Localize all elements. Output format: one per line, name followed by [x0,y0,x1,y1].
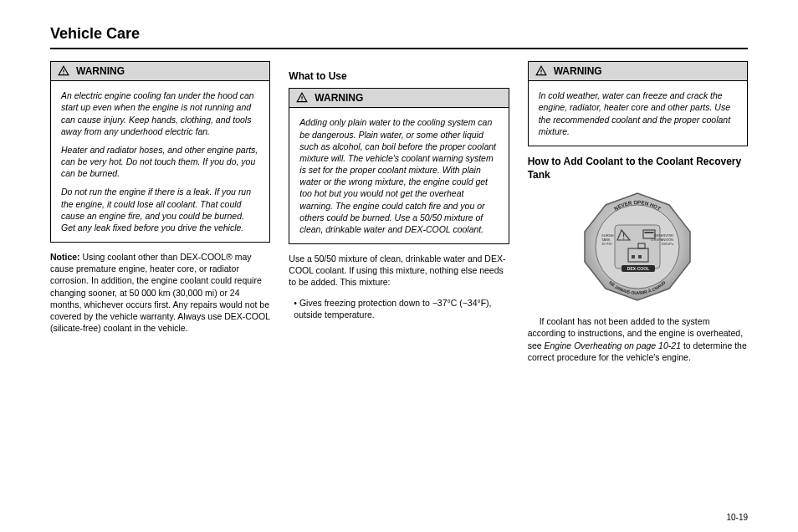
warning-body-3: In cold weather, water can freeze and cr… [529,81,747,146]
svg-text:DEX-COOL: DEX-COOL [627,266,649,271]
warning-label: WARNING [554,64,602,78]
warn-text: In cold weather, water can freeze and cr… [539,90,737,137]
column-2: What to Use WARNING Adding only plain wa… [289,61,509,371]
warn-text: An electric engine cooling fan under the… [61,90,259,137]
svg-rect-17 [632,255,635,258]
page-footer: 10-19 [0,513,798,522]
page-number: 10-19 [726,513,748,522]
cap-illustration: NEVER OPEN HOT NE JAMAIS OUVRIR À CHAUD … [528,188,748,305]
column-1: WARNING An electric engine cooling fan u… [50,61,270,371]
warning-body-1: An electric engine cooling fan under the… [51,81,269,242]
notice-label: Notice: [50,252,80,262]
warning-label: WARNING [76,64,125,78]
bullet: • Gives freezing protection down to −37°… [294,297,509,320]
warning-box-3: WARNING In cold weather, water can freez… [528,61,748,146]
warning-icon [58,65,69,77]
svg-point-5 [540,73,541,74]
svg-rect-18 [638,255,642,258]
notice-paragraph: Notice: Using coolant other than DEX-COO… [50,251,270,334]
svg-rect-14 [645,232,654,233]
svg-text:15 PSI: 15 PSI [601,242,612,246]
section-heading: How to Add Coolant to the Coolant Recove… [528,155,748,182]
warning-box-2: WARNING Adding only plain water to the c… [289,88,509,244]
warning-icon [535,65,547,77]
paragraph: If coolant has not been added to the sys… [528,315,748,363]
warning-heading: WARNING [529,62,747,81]
coolant-cap-icon: NEVER OPEN HOT NE JAMAIS OUVRIR À CHAUD … [575,188,700,305]
svg-text:103 kPa: 103 kPa [662,242,674,246]
warning-heading: WARNING [51,62,269,81]
svg-point-3 [302,100,303,100]
warn-text: Heater and radiator hoses, and other eng… [61,144,259,180]
column-3: WARNING In cold weather, water can freez… [528,61,748,371]
cross-ref-link[interactable]: Engine Overheating on page 10-21 [545,340,681,350]
paragraph: Use a 50/50 mixture of clean, drinkable … [289,253,509,289]
notice-body: Using coolant other than DEX-COOL® may c… [50,252,270,333]
page-title: Vehicle Care [50,25,748,43]
warning-body-2: Adding only plain water to the cooling s… [289,108,508,243]
divider [50,48,748,49]
warning-heading: WARNING [289,89,508,108]
warning-icon [296,92,308,104]
warning-box-1: WARNING An electric engine cooling fan u… [50,61,270,243]
section-heading: What to Use [289,69,509,83]
warn-text: Do not run the engine if there is a leak… [61,186,259,233]
warn-text: Adding only plain water to the cooling s… [299,116,498,235]
svg-point-12 [623,238,625,239]
svg-point-1 [63,73,64,74]
warning-label: WARNING [315,91,363,105]
